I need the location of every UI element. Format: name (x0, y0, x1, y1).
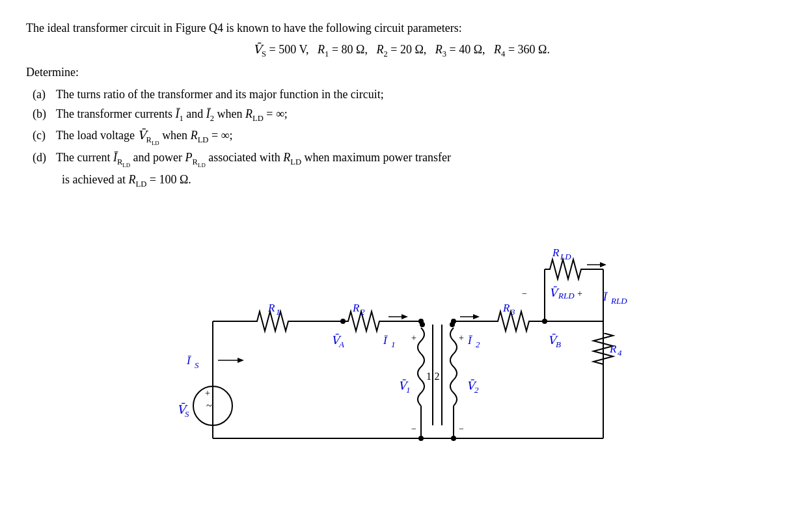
circuit-diagram: + ~ V̄ S Ī S R 1 (26, 204, 777, 464)
determine-label: Determine: (26, 66, 777, 79)
svg-text:R: R (502, 302, 510, 314)
svg-marker-11 (238, 358, 244, 363)
part-d-label: (d) (33, 148, 52, 168)
part-b-label: (b) (33, 104, 52, 124)
svg-text:S: S (195, 360, 199, 370)
svg-text:RLD: RLD (610, 296, 627, 306)
svg-text:R: R (609, 343, 617, 355)
svg-text:~: ~ (206, 400, 212, 411)
svg-text:+: + (411, 333, 416, 343)
svg-text:2: 2 (361, 307, 365, 317)
svg-text:Ī: Ī (603, 291, 608, 303)
svg-text:+: + (577, 289, 582, 299)
svg-text:1: 1 (406, 385, 411, 395)
svg-text:A: A (338, 339, 344, 349)
svg-text:Ī: Ī (467, 334, 473, 347)
part-c-label: (c) (33, 126, 52, 146)
main-content: The ideal transformer circuit in Figure … (26, 20, 777, 464)
svg-text:LD: LD (560, 252, 571, 261)
svg-marker-48 (473, 314, 480, 319)
part-a-text: The turns ratio of the transformer and i… (56, 85, 777, 105)
part-d: (d) The current ĪRLD and power PRLD asso… (33, 148, 777, 191)
svg-text:−: − (522, 289, 527, 299)
svg-text:1: 1 (276, 307, 280, 317)
svg-text:R: R (352, 302, 360, 314)
svg-text:−: − (411, 424, 416, 434)
svg-text:Ī: Ī (186, 354, 192, 367)
svg-text:S: S (185, 409, 189, 419)
svg-text:1:2: 1:2 (426, 371, 439, 382)
part-a-label: (a) (33, 85, 52, 105)
svg-text:+: + (459, 333, 464, 343)
svg-point-35 (420, 322, 425, 327)
svg-text:Ī: Ī (383, 334, 388, 347)
part-d-text: The current ĪRLD and power PRLD associat… (56, 148, 777, 191)
svg-marker-23 (402, 314, 408, 319)
part-b-text: The transformer currents Ī1 and Ī2 when … (56, 104, 777, 126)
parts-list: (a) The turns ratio of the transformer a… (33, 85, 777, 192)
svg-text:2: 2 (476, 339, 480, 349)
svg-text:R: R (267, 302, 275, 314)
part-a: (a) The turns ratio of the transformer a… (33, 85, 777, 105)
svg-marker-64 (600, 262, 606, 267)
svg-text:R: R (552, 246, 560, 259)
svg-point-34 (451, 436, 456, 441)
svg-text:+: + (205, 388, 210, 398)
svg-text:2: 2 (474, 385, 479, 395)
part-c-text: The load voltage V̄RLD when RLD = ∞; (56, 126, 777, 148)
svg-text:1: 1 (391, 339, 396, 349)
svg-text:−: − (459, 424, 464, 434)
part-b: (b) The transformer currents Ī1 and Ī2 w… (33, 104, 777, 126)
intro-paragraph: The ideal transformer circuit in Figure … (26, 20, 777, 37)
svg-point-46 (451, 319, 456, 324)
svg-text:4: 4 (618, 348, 622, 358)
svg-text:RLD: RLD (558, 291, 575, 300)
svg-point-32 (418, 436, 424, 441)
svg-text:B: B (556, 339, 561, 349)
params-line: V̄S = 500 V, R1 = 80 Ω, R2 = 20 Ω, R3 = … (26, 42, 777, 59)
svg-text:3: 3 (510, 307, 515, 317)
part-c: (c) The load voltage V̄RLD when RLD = ∞; (33, 126, 777, 148)
